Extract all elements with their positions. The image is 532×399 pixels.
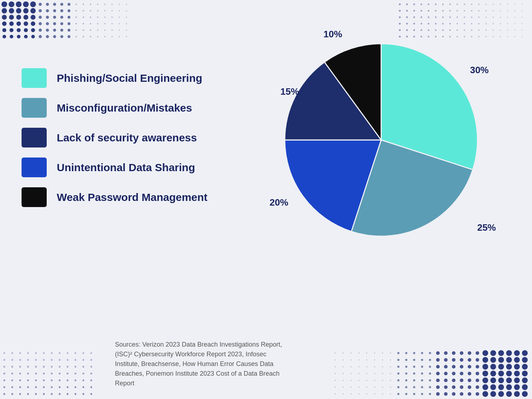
legend-label-data-sharing: Unintentional Data Sharing [57, 161, 195, 174]
legend-item-misconfig: Misconfiguration/Mistakes [22, 98, 251, 118]
label-20pct: 20% [270, 197, 288, 208]
legend-color-misconfig [22, 98, 47, 118]
legend-color-data-sharing [22, 158, 47, 177]
chart-area: 30% 25% 20% 15% 10% [251, 36, 510, 244]
label-10pct: 10% [324, 29, 342, 40]
legend-item-phishing: Phishing/Social Engineering [22, 68, 251, 88]
pie-chart [277, 36, 485, 244]
legend-color-security-awareness [22, 128, 47, 147]
decorative-dots-top-left [0, 0, 137, 39]
decorative-dots-top-right [395, 0, 532, 39]
legend-label-security-awareness: Lack of security awareness [57, 132, 197, 144]
legend-label-misconfig: Misconfiguration/Mistakes [57, 102, 192, 114]
main-content: Phishing/Social Engineering Misconfigura… [22, 43, 510, 342]
legend-label-phishing: Phishing/Social Engineering [57, 72, 202, 84]
left-panel: Phishing/Social Engineering Misconfigura… [22, 43, 251, 207]
legend: Phishing/Social Engineering Misconfigura… [22, 68, 251, 207]
source-text: Sources: Verizon 2023 Data Breach Invest… [115, 340, 288, 388]
legend-label-weak-password: Weak Password Management [57, 191, 208, 203]
label-30pct: 30% [470, 65, 489, 76]
legend-item-security-awareness: Lack of security awareness [22, 128, 251, 147]
decorative-dots-bottom-right [331, 349, 532, 399]
decorative-dots-bottom-left [0, 349, 101, 399]
legend-color-weak-password [22, 187, 47, 207]
legend-item-weak-password: Weak Password Management [22, 187, 251, 207]
source-section: Sources: Verizon 2023 Data Breach Invest… [115, 340, 288, 388]
pie-chart-container: 30% 25% 20% 15% 10% [277, 36, 485, 244]
label-15pct: 15% [281, 86, 299, 97]
label-25pct: 25% [477, 222, 496, 233]
legend-color-phishing [22, 68, 47, 88]
legend-item-data-sharing: Unintentional Data Sharing [22, 158, 251, 177]
